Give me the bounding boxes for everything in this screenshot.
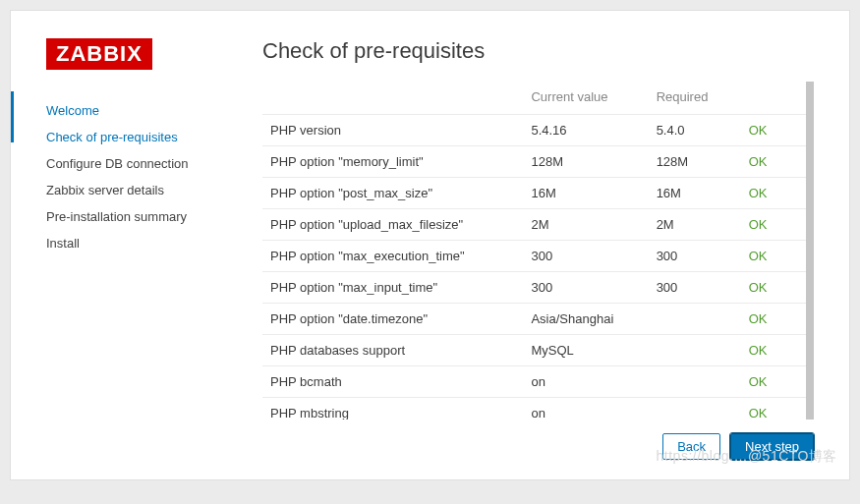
cell-current: MySQL bbox=[523, 335, 648, 366]
back-button[interactable]: Back bbox=[662, 433, 720, 460]
cell-required: 2M bbox=[649, 209, 741, 241]
cell-name: PHP option "memory_limit" bbox=[262, 146, 523, 178]
cell-current: 2M bbox=[523, 209, 648, 241]
cell-status: OK bbox=[741, 115, 806, 146]
cell-name: PHP option "max_input_time" bbox=[262, 272, 523, 304]
cell-current: 16M bbox=[523, 178, 648, 209]
cell-required: 300 bbox=[649, 241, 741, 272]
table-row: PHP version5.4.165.4.0OK bbox=[262, 115, 806, 146]
cell-current: Asia/Shanghai bbox=[523, 304, 648, 335]
cell-current: 5.4.16 bbox=[523, 115, 648, 146]
cell-status: OK bbox=[741, 304, 806, 335]
nav-step-prerequisites[interactable]: Check of pre-requisites bbox=[46, 124, 223, 150]
cell-current: 128M bbox=[523, 146, 648, 178]
cell-name: PHP option "max_execution_time" bbox=[262, 241, 523, 272]
cell-required bbox=[649, 304, 741, 335]
cell-required: 16M bbox=[649, 178, 741, 209]
nav-step-install[interactable]: Install bbox=[46, 230, 223, 256]
step-nav: Welcome Check of pre-requisites Configur… bbox=[46, 97, 223, 256]
cell-current: 300 bbox=[523, 272, 648, 304]
cell-required bbox=[649, 398, 741, 420]
cell-current: on bbox=[523, 366, 648, 398]
cell-status: OK bbox=[741, 241, 806, 272]
cell-status: OK bbox=[741, 366, 806, 398]
requirements-table-wrap[interactable]: Current value Required PHP version5.4.16… bbox=[262, 82, 814, 420]
cell-status: OK bbox=[741, 335, 806, 366]
table-row: PHP mbstringonOK bbox=[262, 398, 806, 420]
cell-required bbox=[649, 366, 741, 398]
cell-required bbox=[649, 335, 741, 366]
table-row: PHP bcmathonOK bbox=[262, 366, 806, 398]
table-row: PHP option "upload_max_filesize"2M2MOK bbox=[262, 209, 806, 241]
cell-required: 128M bbox=[649, 146, 741, 178]
cell-name: PHP version bbox=[262, 115, 523, 146]
cell-name: PHP option "upload_max_filesize" bbox=[262, 209, 523, 241]
cell-required: 5.4.0 bbox=[649, 115, 741, 146]
cell-name: PHP mbstring bbox=[262, 398, 523, 420]
col-name bbox=[262, 82, 523, 115]
cell-status: OK bbox=[741, 209, 806, 241]
cell-current: 300 bbox=[523, 241, 648, 272]
table-row: PHP option "max_execution_time"300300OK bbox=[262, 241, 806, 272]
table-row: PHP option "date.timezone"Asia/ShanghaiO… bbox=[262, 304, 806, 335]
cell-name: PHP databases support bbox=[262, 335, 523, 366]
wizard-actions: Back Next step bbox=[262, 433, 814, 460]
cell-status: OK bbox=[741, 398, 806, 420]
cell-required: 300 bbox=[649, 272, 741, 304]
installer-card: ZABBIX Welcome Check of pre-requisites C… bbox=[10, 10, 850, 480]
cell-name: PHP option "date.timezone" bbox=[262, 304, 523, 335]
nav-step-summary[interactable]: Pre-installation summary bbox=[46, 203, 223, 230]
table-row: PHP option "post_max_size"16M16MOK bbox=[262, 178, 806, 209]
table-row: PHP databases supportMySQLOK bbox=[262, 335, 806, 366]
sidebar: ZABBIX Welcome Check of pre-requisites C… bbox=[46, 38, 223, 460]
requirements-table: Current value Required PHP version5.4.16… bbox=[262, 82, 806, 420]
cell-status: OK bbox=[741, 178, 806, 209]
cell-name: PHP option "post_max_size" bbox=[262, 178, 523, 209]
col-status bbox=[741, 82, 806, 115]
cell-status: OK bbox=[741, 272, 806, 304]
nav-step-welcome[interactable]: Welcome bbox=[46, 97, 223, 124]
table-row: PHP option "memory_limit"128M128MOK bbox=[262, 146, 806, 178]
zabbix-logo: ZABBIX bbox=[46, 38, 152, 70]
nav-step-server[interactable]: Zabbix server details bbox=[46, 177, 223, 203]
cell-current: on bbox=[523, 398, 648, 420]
next-step-button[interactable]: Next step bbox=[730, 433, 814, 460]
col-current: Current value bbox=[523, 82, 648, 115]
table-row: PHP option "max_input_time"300300OK bbox=[262, 272, 806, 304]
nav-step-db[interactable]: Configure DB connection bbox=[46, 150, 223, 177]
page-title: Check of pre-requisites bbox=[262, 38, 814, 64]
cell-name: PHP bcmath bbox=[262, 366, 523, 398]
main-content: Check of pre-requisites Current value Re… bbox=[262, 38, 814, 460]
cell-status: OK bbox=[741, 146, 806, 178]
col-required: Required bbox=[649, 82, 741, 115]
